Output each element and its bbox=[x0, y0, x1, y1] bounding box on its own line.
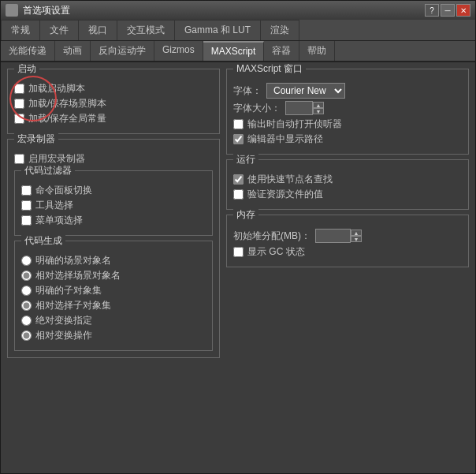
app-icon bbox=[6, 4, 18, 17]
codegen-radio-label-0: 明确的场景对象名 bbox=[35, 254, 111, 267]
tab-general[interactable]: 常规 bbox=[1, 20, 40, 40]
codegen-radio-label-1: 相对选择场景对象名 bbox=[35, 269, 121, 282]
startup-group-title: 启动 bbox=[14, 62, 39, 76]
tab-maxscript[interactable]: MAXScript bbox=[203, 41, 265, 61]
startup-cb-1: 加载/保存场景脚本 bbox=[14, 97, 213, 110]
run-check-1[interactable] bbox=[233, 189, 244, 200]
font-row: 字体： Courier New bbox=[233, 83, 462, 99]
run-label-0: 使用快速节点名查找 bbox=[247, 173, 333, 186]
font-size-spinner-btns: ▲ ▼ bbox=[313, 102, 324, 114]
run-group: 运行 使用快速节点名查找 验证资源文件的值 bbox=[226, 159, 469, 210]
tab-animation[interactable]: 动画 bbox=[55, 41, 91, 61]
maxscript-window-title: MAXScript 窗口 bbox=[233, 62, 306, 76]
code-filter-title: 代码过滤器 bbox=[21, 164, 75, 177]
codegen-radio-input-3[interactable] bbox=[21, 300, 32, 311]
show-path-label: 编辑器中显示路径 bbox=[247, 132, 323, 146]
close-button[interactable]: ✕ bbox=[456, 4, 470, 17]
heap-row: 初始堆分配(MB)： 15.0 ▲ ▼ bbox=[233, 229, 462, 243]
filter-label-2: 菜单项选择 bbox=[35, 214, 83, 227]
font-size-label: 字体大小： bbox=[233, 102, 281, 115]
codegen-radio-input-4[interactable] bbox=[21, 315, 32, 326]
auto-open-row: 输出时自动打开侦听器 bbox=[233, 118, 462, 131]
heap-spinner: 15.0 ▲ ▼ bbox=[315, 229, 362, 243]
title-bar-left: 首选项设置 bbox=[6, 4, 70, 17]
codegen-radio-input-2[interactable] bbox=[21, 286, 32, 296]
tab-container[interactable]: 容器 bbox=[264, 41, 299, 61]
run-group-title: 运行 bbox=[233, 153, 258, 166]
font-size-input[interactable]: 9 bbox=[285, 101, 313, 115]
startup-label-0: 加载启动脚本 bbox=[28, 82, 85, 95]
gc-label: 显示 GC 状态 bbox=[247, 245, 305, 259]
startup-check-1[interactable] bbox=[14, 99, 24, 109]
font-size-row: 字体大小： 9 ▲ ▼ bbox=[233, 101, 462, 115]
codegen-radio-1: 相对选择场景对象名 bbox=[21, 269, 206, 282]
window-title: 首选项设置 bbox=[23, 4, 70, 17]
maxscript-window-group: MAXScript 窗口 字体： Courier New 字体大小： 9 ▲ ▼ bbox=[226, 69, 469, 155]
codegen-radio-3: 相对选择子对象集 bbox=[21, 299, 206, 312]
codegen-radio-label-4: 绝对变换指定 bbox=[35, 314, 92, 327]
memory-group: 内存 初始堆分配(MB)： 15.0 ▲ ▼ 显示 GC 状态 bbox=[226, 215, 469, 267]
run-check-0[interactable] bbox=[233, 174, 244, 185]
code-filter-group: 代码过滤器 命令面板切换 工具选择 菜单项选择 bbox=[14, 170, 213, 236]
codegen-radio-4: 绝对变换指定 bbox=[21, 314, 206, 327]
macro-recorder-group: 宏录制器 启用宏录制器 代码过滤器 命令面板切换 工具选择 bbox=[7, 139, 220, 358]
tab-radiosity[interactable]: 光能传递 bbox=[1, 41, 55, 61]
enable-macro-check[interactable] bbox=[14, 154, 24, 164]
tab-gizmos[interactable]: Gizmos bbox=[154, 41, 203, 61]
heap-down[interactable]: ▼ bbox=[351, 236, 362, 242]
tab-viewport[interactable]: 视口 bbox=[79, 20, 117, 40]
codegen-radio-label-2: 明确的子对象集 bbox=[35, 284, 102, 297]
heap-input[interactable]: 15.0 bbox=[315, 229, 351, 243]
font-size-down[interactable]: ▼ bbox=[313, 108, 324, 114]
font-label: 字体： bbox=[233, 84, 262, 98]
filter-cb-0: 命令面板切换 bbox=[21, 184, 206, 197]
startup-label-2: 加载/保存全局常量 bbox=[28, 112, 106, 125]
title-bar-buttons: ? ─ ✕ bbox=[425, 4, 470, 17]
tab-help[interactable]: 帮助 bbox=[299, 41, 335, 61]
show-path-row: 编辑器中显示路径 bbox=[233, 132, 462, 146]
tab-ik[interactable]: 反向运动学 bbox=[91, 41, 154, 61]
tab-file[interactable]: 文件 bbox=[40, 20, 79, 40]
startup-label-1: 加载/保存场景脚本 bbox=[28, 97, 106, 110]
content-area: 启动 加载启动脚本 加载/保存场景脚本 加载/保存全局常量 宏录制器 bbox=[1, 62, 475, 473]
code-gen-title: 代码生成 bbox=[21, 234, 65, 248]
font-size-up[interactable]: ▲ bbox=[313, 102, 324, 108]
tab-render[interactable]: 渲染 bbox=[261, 20, 299, 40]
filter-check-1[interactable] bbox=[21, 200, 32, 211]
codegen-radio-input-1[interactable] bbox=[21, 271, 32, 281]
show-path-check[interactable] bbox=[233, 134, 244, 144]
startup-check-2[interactable] bbox=[14, 114, 24, 124]
codegen-radio-input-5[interactable] bbox=[21, 330, 32, 341]
font-select[interactable]: Courier New bbox=[266, 83, 345, 99]
left-panel: 启动 加载启动脚本 加载/保存场景脚本 加载/保存全局常量 宏录制器 bbox=[7, 69, 220, 467]
startup-cb-0: 加载启动脚本 bbox=[14, 82, 213, 95]
main-window: 首选项设置 ? ─ ✕ 常规 文件 视口 交互模式 Gamma 和 LUT 渲染… bbox=[0, 0, 476, 474]
codegen-radio-5: 相对变换操作 bbox=[21, 329, 206, 342]
heap-label: 初始堆分配(MB)： bbox=[233, 230, 311, 243]
run-label-1: 验证资源文件的值 bbox=[247, 188, 323, 201]
minimize-button[interactable]: ─ bbox=[441, 4, 455, 17]
heap-up[interactable]: ▲ bbox=[351, 230, 362, 236]
codegen-radio-label-3: 相对选择子对象集 bbox=[35, 299, 111, 312]
startup-group: 启动 加载启动脚本 加载/保存场景脚本 加载/保存全局常量 bbox=[7, 69, 220, 134]
tabs-row-2: 光能传递 动画 反向运动学 Gizmos MAXScript 容器 帮助 bbox=[1, 41, 475, 62]
codegen-radio-input-0[interactable] bbox=[21, 256, 32, 266]
help-button[interactable]: ? bbox=[425, 4, 439, 17]
gc-check[interactable] bbox=[233, 247, 244, 257]
right-panel: MAXScript 窗口 字体： Courier New 字体大小： 9 ▲ ▼ bbox=[226, 69, 469, 467]
filter-check-0[interactable] bbox=[21, 185, 32, 196]
startup-check-0[interactable] bbox=[14, 84, 24, 94]
heap-spinner-btns: ▲ ▼ bbox=[351, 230, 362, 242]
filter-cb-2: 菜单项选择 bbox=[21, 214, 206, 227]
auto-open-check[interactable] bbox=[233, 119, 244, 129]
tabs-row-1: 常规 文件 视口 交互模式 Gamma 和 LUT 渲染 bbox=[1, 20, 475, 41]
filter-check-2[interactable] bbox=[21, 215, 32, 226]
filter-label-0: 命令面板切换 bbox=[35, 184, 92, 197]
tab-gamma[interactable]: Gamma 和 LUT bbox=[175, 20, 261, 40]
run-cb-1: 验证资源文件的值 bbox=[233, 188, 462, 201]
font-size-spinner: 9 ▲ ▼ bbox=[285, 101, 324, 115]
tab-interaction[interactable]: 交互模式 bbox=[117, 20, 175, 40]
codegen-radio-2: 明确的子对象集 bbox=[21, 284, 206, 297]
memory-group-title: 内存 bbox=[233, 208, 258, 222]
filter-cb-1: 工具选择 bbox=[21, 199, 206, 212]
